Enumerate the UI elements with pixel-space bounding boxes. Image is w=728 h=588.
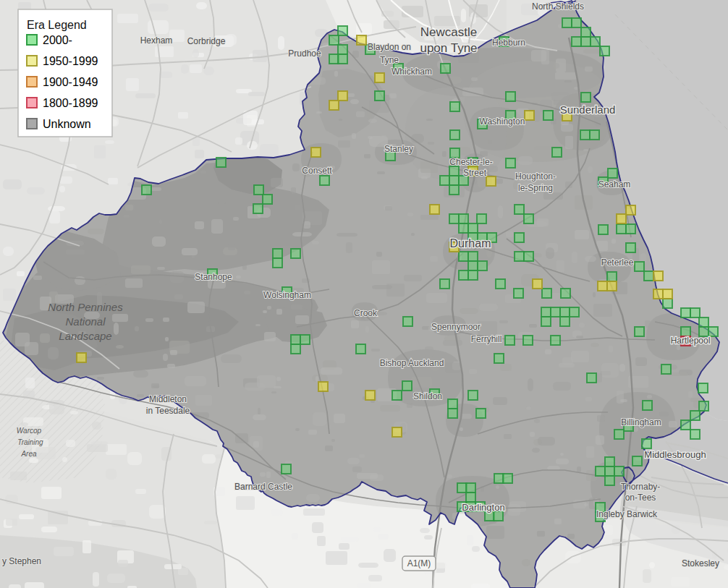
svg-text:Hartlepool: Hartlepool: [671, 336, 711, 346]
svg-text:Middleton: Middleton: [149, 394, 187, 404]
svg-text:Sunderland: Sunderland: [560, 103, 616, 116]
svg-text:Landscape: Landscape: [59, 330, 111, 342]
svg-text:Durham: Durham: [450, 237, 491, 250]
svg-text:Consett: Consett: [302, 166, 332, 176]
svg-text:Unknown: Unknown: [43, 118, 91, 130]
svg-text:Bishop Auckland: Bishop Auckland: [380, 358, 444, 368]
svg-text:Training: Training: [17, 438, 43, 446]
svg-text:Whickham: Whickham: [391, 67, 432, 77]
svg-text:Era Legend: Era Legend: [27, 19, 87, 31]
svg-text:Washington: Washington: [480, 116, 525, 127]
svg-text:Ingleby Barwick: Ingleby Barwick: [596, 509, 658, 519]
svg-text:Wolsingham: Wolsingham: [263, 290, 311, 300]
svg-text:in Teesdale: in Teesdale: [146, 406, 190, 416]
svg-text:Crook: Crook: [354, 308, 378, 318]
svg-text:Stokesley: Stokesley: [682, 558, 719, 568]
svg-text:Peterlee: Peterlee: [601, 257, 634, 268]
svg-text:National: National: [65, 315, 106, 328]
svg-text:Seaham: Seaham: [598, 179, 631, 189]
svg-text:Spennymoor: Spennymoor: [431, 322, 481, 332]
svg-text:Stanley: Stanley: [384, 144, 413, 154]
svg-text:Barnard Castle: Barnard Castle: [234, 482, 292, 492]
svg-text:Street: Street: [463, 168, 487, 178]
svg-text:Hebburn: Hebburn: [492, 38, 525, 48]
svg-text:Middlesbrough: Middlesbrough: [644, 449, 706, 460]
svg-text:Thornaby-: Thornaby-: [621, 482, 661, 492]
svg-text:Shildon: Shildon: [413, 391, 442, 401]
svg-text:North Pennines: North Pennines: [48, 301, 123, 313]
svg-text:Houghton-: Houghton-: [515, 171, 556, 182]
svg-text:1950-1999: 1950-1999: [43, 55, 98, 67]
svg-text:Newcastle: Newcastle: [420, 25, 477, 39]
svg-text:Tyne: Tyne: [380, 55, 399, 65]
svg-text:A1(M): A1(M): [407, 558, 431, 568]
svg-text:Chester-le-: Chester-le-: [449, 157, 492, 167]
svg-text:Ferryhill: Ferryhill: [471, 334, 502, 344]
svg-text:Stanhope: Stanhope: [195, 272, 232, 282]
svg-text:1800-1899: 1800-1899: [43, 97, 98, 109]
svg-text:2000-: 2000-: [43, 34, 72, 46]
svg-text:Billingham: Billingham: [621, 417, 661, 427]
svg-text:y Stephen: y Stephen: [2, 556, 41, 566]
svg-text:Area: Area: [20, 450, 37, 458]
svg-text:Prudhoe: Prudhoe: [288, 48, 321, 59]
svg-text:Corbridge: Corbridge: [187, 36, 226, 46]
svg-text:North Shields: North Shields: [532, 1, 584, 12]
svg-text:on-Tees: on-Tees: [625, 493, 656, 503]
svg-text:Warcop: Warcop: [17, 427, 42, 435]
svg-text:Hexham: Hexham: [140, 35, 173, 46]
svg-text:1900-1949: 1900-1949: [43, 76, 98, 88]
svg-text:le-Spring: le-Spring: [518, 183, 553, 193]
svg-text:Blaydon on: Blaydon on: [368, 42, 411, 52]
svg-text:upon Tyne: upon Tyne: [420, 41, 477, 55]
svg-text:Darlington: Darlington: [462, 502, 504, 513]
